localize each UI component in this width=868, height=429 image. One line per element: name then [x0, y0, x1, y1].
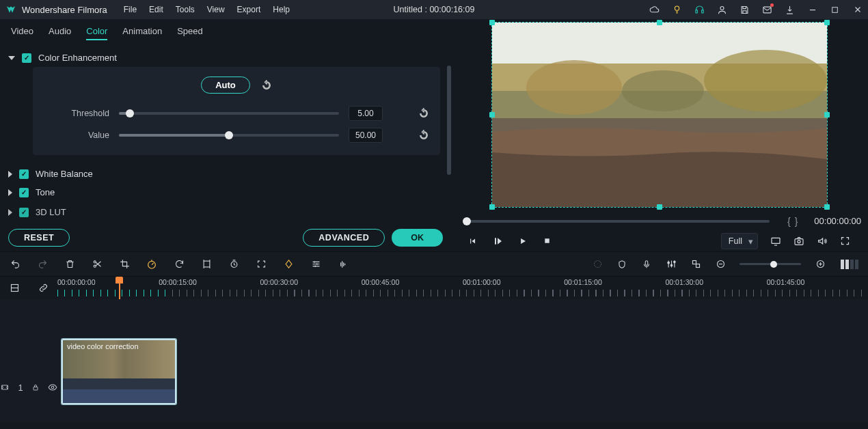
section-title-white-balance: White Balance — [36, 169, 93, 179]
title-bar: Wondershare Filmora File Edit Tools View… — [0, 0, 868, 19]
svg-rect-14 — [772, 238, 780, 243]
duration-icon[interactable] — [228, 259, 239, 270]
reset-button[interactable]: RESET — [8, 229, 70, 247]
menu-export[interactable]: Export — [237, 5, 261, 14]
chevron-right-icon[interactable] — [8, 209, 12, 216]
lightbulb-icon[interactable] — [672, 5, 682, 15]
group-icon[interactable] — [690, 259, 701, 270]
save-icon[interactable] — [740, 5, 750, 15]
prev-frame-icon[interactable] — [467, 236, 477, 246]
minimize-icon[interactable] — [807, 5, 817, 15]
reset-auto-icon[interactable] — [261, 80, 272, 91]
svg-point-34 — [51, 386, 54, 389]
speed-icon[interactable] — [146, 259, 157, 270]
zoom-fit-icon[interactable] — [839, 260, 858, 269]
svg-rect-23 — [645, 260, 648, 264]
advanced-button[interactable]: ADVANCED — [303, 229, 385, 247]
ruler-label: 00:01:15:00 — [564, 278, 665, 286]
chevron-right-icon[interactable] — [8, 189, 12, 196]
svg-point-26 — [673, 261, 675, 263]
properties-panel: Video Audio Color Animation Speed ✓ Colo… — [0, 19, 451, 251]
color-enhancement-body: Auto Threshold 5.00 Value — [33, 67, 440, 155]
crop-icon[interactable] — [119, 259, 130, 270]
video-clip[interactable]: video color correction — [62, 339, 176, 404]
value-slider[interactable] — [119, 134, 339, 137]
threshold-slider[interactable] — [119, 112, 339, 115]
play-pause-icon[interactable] — [492, 236, 503, 247]
play-icon[interactable] — [518, 236, 528, 246]
menu-tools[interactable]: Tools — [176, 5, 195, 14]
timeline-ruler[interactable]: 00:00:00:0000:00:15:0000:00:30:0000:00:4… — [57, 277, 868, 299]
reset-value-icon[interactable] — [418, 130, 429, 141]
threshold-label: Threshold — [44, 109, 109, 118]
display-icon[interactable] — [770, 236, 781, 247]
zoom-out-icon[interactable] — [715, 259, 726, 270]
svg-rect-27 — [692, 261, 696, 264]
close-icon[interactable] — [852, 5, 863, 15]
ok-button[interactable]: OK — [392, 229, 443, 247]
track-header: 1 — [0, 299, 57, 422]
menu-view[interactable]: View — [207, 5, 225, 14]
message-icon[interactable] — [762, 5, 772, 15]
tab-color[interactable]: Color — [86, 26, 107, 40]
split-icon[interactable] — [92, 259, 103, 270]
chevron-right-icon[interactable] — [8, 171, 12, 178]
audio-wave-icon[interactable] — [338, 259, 349, 270]
chevron-down-icon[interactable] — [8, 56, 15, 60]
auto-button[interactable]: Auto — [201, 77, 250, 94]
download-icon[interactable] — [785, 5, 795, 15]
account-icon[interactable] — [717, 5, 727, 15]
seek-slider[interactable] — [463, 220, 770, 223]
value-value[interactable]: 50.00 — [349, 128, 383, 143]
lut-checkbox[interactable]: ✓ — [19, 208, 29, 217]
preview-selection[interactable] — [491, 22, 828, 208]
snapshot-icon[interactable] — [794, 236, 804, 247]
mix-icon[interactable] — [592, 259, 603, 270]
zoom-slider[interactable] — [740, 263, 801, 265]
voiceover-icon[interactable] — [641, 259, 652, 270]
delete-icon[interactable] — [64, 259, 75, 270]
fullscreen-icon[interactable] — [840, 236, 850, 246]
maximize-icon[interactable] — [830, 5, 840, 15]
preview-canvas — [492, 23, 827, 207]
visibility-icon[interactable] — [48, 383, 57, 392]
white-balance-checkbox[interactable]: ✓ — [19, 169, 29, 179]
volume-icon[interactable] — [817, 236, 828, 247]
svg-point-10 — [526, 60, 622, 115]
adjust-icon[interactable] — [310, 259, 321, 270]
main-menu: File Edit Tools View Export Help — [124, 5, 290, 14]
fit-icon[interactable] — [256, 259, 267, 270]
color-enhancement-checkbox[interactable]: ✓ — [22, 53, 31, 63]
app-logo-icon — [5, 4, 16, 15]
lock-icon[interactable] — [31, 383, 40, 391]
tab-video[interactable]: Video — [11, 26, 33, 40]
menu-help[interactable]: Help — [273, 5, 290, 14]
timeline-ruler-row: 00:00:00:0000:00:15:0000:00:30:0000:00:4… — [0, 276, 868, 299]
marker-shield-icon[interactable] — [616, 259, 627, 270]
track-manager-icon[interactable] — [10, 283, 20, 293]
zoom-in-icon[interactable] — [815, 259, 826, 270]
track-body[interactable]: video color correction — [57, 299, 868, 422]
undo-icon[interactable] — [10, 259, 21, 270]
playback-quality-dropdown[interactable]: Full — [721, 233, 758, 249]
stop-icon[interactable] — [543, 236, 552, 245]
mark-in-out[interactable]: {} — [787, 216, 802, 227]
threshold-value[interactable]: 5.00 — [349, 106, 383, 121]
redo-icon[interactable] — [37, 259, 48, 270]
audio-mixer-icon[interactable] — [666, 259, 677, 270]
tone-checkbox[interactable]: ✓ — [19, 188, 29, 197]
keyframe-icon[interactable] — [283, 259, 294, 270]
menu-edit[interactable]: Edit — [149, 5, 163, 14]
preview-pane: {} 00:00:00:00 Full — [451, 19, 868, 251]
rotate-icon[interactable] — [174, 259, 185, 270]
tab-animation[interactable]: Animation — [122, 26, 162, 40]
menu-file[interactable]: File — [124, 5, 137, 14]
tab-audio[interactable]: Audio — [49, 26, 71, 40]
svg-rect-13 — [545, 238, 550, 243]
link-icon[interactable] — [38, 283, 49, 293]
reset-threshold-icon[interactable] — [418, 108, 429, 119]
frame-icon[interactable] — [201, 259, 212, 270]
tab-speed[interactable]: Speed — [177, 26, 203, 40]
cloud-icon[interactable] — [649, 5, 660, 15]
headphones-icon[interactable] — [694, 5, 705, 15]
